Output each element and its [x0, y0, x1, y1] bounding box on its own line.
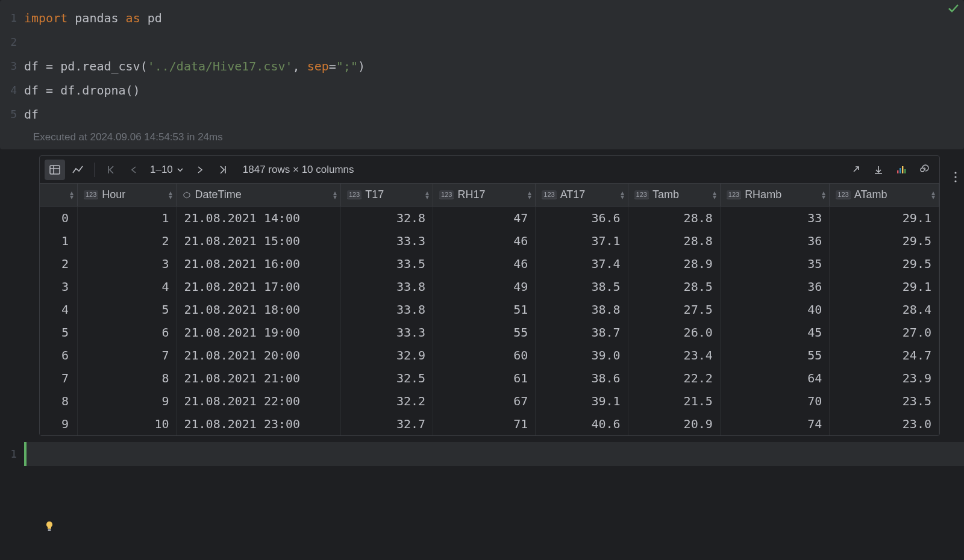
column-header[interactable]: 123RH17▴▾ — [433, 184, 536, 207]
table-cell[interactable]: 33.3 — [340, 321, 433, 344]
table-cell[interactable]: 0 — [40, 207, 77, 230]
sort-icon[interactable]: ▴▾ — [713, 191, 716, 199]
table-cell[interactable]: 35 — [720, 252, 830, 275]
table-cell[interactable]: 6 — [77, 321, 177, 344]
spiral-icon[interactable] — [914, 160, 934, 180]
table-row[interactable]: 1221.08.2021 15:0033.34637.128.83629.5 — [40, 229, 939, 252]
open-external-icon[interactable] — [845, 160, 866, 180]
table-cell[interactable]: 70 — [720, 390, 830, 412]
column-header[interactable]: 123RHamb▴▾ — [720, 184, 830, 207]
table-cell[interactable]: 46 — [433, 229, 536, 252]
table-cell[interactable]: 29.1 — [830, 275, 939, 298]
table-row[interactable]: 3421.08.2021 17:0033.84938.528.53629.1 — [40, 275, 939, 298]
table-cell[interactable]: 6 — [40, 344, 77, 367]
table-cell[interactable]: 29.5 — [830, 229, 939, 252]
table-cell[interactable]: 8 — [77, 367, 177, 390]
table-row[interactable]: 91021.08.2021 23:0032.77140.620.97423.0 — [40, 412, 939, 435]
table-cell[interactable]: 20.9 — [628, 412, 720, 435]
lightbulb-icon[interactable] — [45, 521, 54, 533]
table-cell[interactable]: 38.8 — [536, 298, 628, 321]
page-range-selector[interactable]: 1–10 — [146, 164, 187, 176]
table-cell[interactable]: 61 — [433, 367, 536, 390]
table-cell[interactable]: 28.8 — [628, 229, 720, 252]
table-cell[interactable]: 23.5 — [830, 390, 939, 412]
table-cell[interactable]: 33 — [720, 207, 830, 230]
table-cell[interactable]: 37.1 — [536, 229, 628, 252]
sort-icon[interactable]: ▴▾ — [528, 191, 531, 199]
table-cell[interactable]: 39.1 — [536, 390, 628, 412]
stats-icon[interactable] — [891, 160, 912, 180]
sort-icon[interactable]: ▴▾ — [70, 191, 74, 199]
table-cell[interactable]: 36 — [720, 275, 830, 298]
prev-page-button[interactable] — [124, 160, 144, 180]
table-cell[interactable]: 2 — [77, 229, 177, 252]
table-cell[interactable]: 36 — [720, 229, 830, 252]
column-header[interactable]: 123ATamb▴▾ — [830, 184, 939, 207]
sort-icon[interactable]: ▴▾ — [169, 191, 172, 199]
new-cell-input[interactable] — [24, 442, 964, 466]
table-row[interactable]: 2321.08.2021 16:0033.54637.428.93529.5 — [40, 252, 939, 275]
dataframe-table[interactable]: ▴▾123Hour▴▾DateTime▴▾123T17▴▾123RH17▴▾12… — [40, 184, 939, 435]
table-cell[interactable]: 40 — [720, 298, 830, 321]
table-cell[interactable]: 21.08.2021 22:00 — [177, 390, 340, 412]
table-cell[interactable]: 21.08.2021 18:00 — [177, 298, 340, 321]
table-cell[interactable]: 47 — [433, 207, 536, 230]
table-cell[interactable]: 32.9 — [340, 344, 433, 367]
table-cell[interactable]: 27.5 — [628, 298, 720, 321]
table-cell[interactable]: 21.08.2021 17:00 — [177, 275, 340, 298]
table-cell[interactable]: 3 — [77, 252, 177, 275]
table-cell[interactable]: 38.6 — [536, 367, 628, 390]
table-cell[interactable]: 33.5 — [340, 252, 433, 275]
table-cell[interactable]: 33.8 — [340, 275, 433, 298]
sort-icon[interactable]: ▴▾ — [931, 191, 935, 199]
table-cell[interactable]: 49 — [433, 275, 536, 298]
table-cell[interactable]: 28.4 — [830, 298, 939, 321]
table-cell[interactable]: 9 — [77, 390, 177, 412]
table-cell[interactable]: 33.8 — [340, 298, 433, 321]
table-cell[interactable]: 24.7 — [830, 344, 939, 367]
table-cell[interactable]: 21.08.2021 23:00 — [177, 412, 340, 435]
table-cell[interactable]: 37.4 — [536, 252, 628, 275]
column-header[interactable]: 123Hour▴▾ — [77, 184, 177, 207]
table-cell[interactable]: 8 — [40, 390, 77, 412]
table-cell[interactable]: 28.5 — [628, 275, 720, 298]
table-row[interactable]: 7821.08.2021 21:0032.56138.622.26423.9 — [40, 367, 939, 390]
table-cell[interactable]: 32.7 — [340, 412, 433, 435]
table-cell[interactable]: 2 — [40, 252, 77, 275]
table-cell[interactable]: 7 — [40, 367, 77, 390]
table-cell[interactable]: 55 — [433, 321, 536, 344]
table-cell[interactable]: 28.9 — [628, 252, 720, 275]
table-cell[interactable]: 39.0 — [536, 344, 628, 367]
table-cell[interactable]: 55 — [720, 344, 830, 367]
table-cell[interactable]: 1 — [40, 229, 77, 252]
table-cell[interactable]: 5 — [77, 298, 177, 321]
column-header[interactable]: ▴▾ — [40, 184, 77, 207]
table-cell[interactable]: 40.6 — [536, 412, 628, 435]
table-cell[interactable]: 36.6 — [536, 207, 628, 230]
table-cell[interactable]: 67 — [433, 390, 536, 412]
table-cell[interactable]: 32.2 — [340, 390, 433, 412]
table-row[interactable]: 8921.08.2021 22:0032.26739.121.57023.5 — [40, 390, 939, 412]
sort-icon[interactable]: ▴▾ — [822, 191, 825, 199]
sort-icon[interactable]: ▴▾ — [425, 191, 429, 199]
table-view-button[interactable] — [45, 160, 65, 180]
next-page-button[interactable] — [190, 160, 210, 180]
more-icon[interactable] — [954, 172, 957, 182]
table-cell[interactable]: 10 — [77, 412, 177, 435]
table-cell[interactable]: 21.08.2021 15:00 — [177, 229, 340, 252]
table-cell[interactable]: 1 — [77, 207, 177, 230]
sort-icon[interactable]: ▴▾ — [333, 191, 337, 199]
table-cell[interactable]: 27.0 — [830, 321, 939, 344]
table-cell[interactable]: 21.5 — [628, 390, 720, 412]
first-page-button[interactable] — [101, 160, 121, 180]
table-cell[interactable]: 3 — [40, 275, 77, 298]
table-cell[interactable]: 22.2 — [628, 367, 720, 390]
table-cell[interactable]: 21.08.2021 19:00 — [177, 321, 340, 344]
table-row[interactable]: 5621.08.2021 19:0033.35538.726.04527.0 — [40, 321, 939, 344]
table-cell[interactable]: 7 — [77, 344, 177, 367]
table-row[interactable]: 0121.08.2021 14:0032.84736.628.83329.1 — [40, 207, 939, 230]
table-cell[interactable]: 32.5 — [340, 367, 433, 390]
table-cell[interactable]: 21.08.2021 14:00 — [177, 207, 340, 230]
table-cell[interactable]: 23.9 — [830, 367, 939, 390]
code-content[interactable]: import pandas as pd df = pd.read_csv('..… — [24, 6, 964, 126]
